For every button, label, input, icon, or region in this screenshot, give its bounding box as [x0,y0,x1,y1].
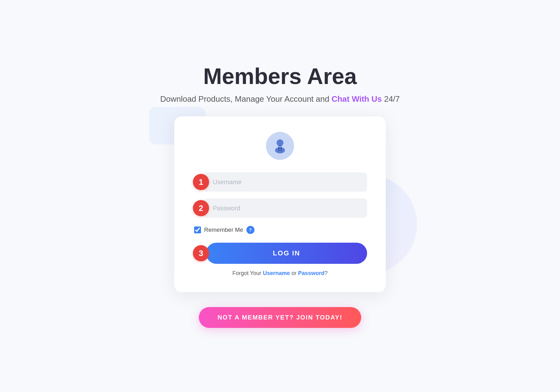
password-field-row: 2 [193,198,367,218]
subtitle-before: Download Products, Manage Your Account a… [160,94,332,104]
page-wrapper: Members Area Download Products, Manage Y… [0,64,560,328]
step-2-badge: 2 [193,200,209,216]
join-button[interactable]: NOT A MEMBER YET? JOIN TODAY! [199,307,361,328]
login-button[interactable]: LOG IN [206,243,367,264]
username-field-row: 1 [193,172,367,192]
forgot-username-link[interactable]: Username [263,270,290,276]
header-section: Members Area Download Products, Manage Y… [160,64,400,104]
page-subtitle: Download Products, Manage Your Account a… [160,94,400,104]
step-3-badge: 3 [193,245,209,261]
remember-me-checkbox[interactable] [194,226,201,233]
user-lock-icon [271,137,289,155]
step-1-badge: 1 [193,174,209,190]
form-fields: 1 2 Remember Me ? 3 LOG IN [193,172,367,264]
forgot-password-link[interactable]: Password [298,270,324,276]
login-card: 1 2 Remember Me ? 3 LOG IN [174,116,386,292]
avatar-icon [266,132,294,160]
forgot-row: Forgot Your Username or Password? [232,270,328,277]
login-btn-row: 3 LOG IN [193,243,367,264]
forgot-text-before: Forgot Your [232,270,263,276]
remember-me-label: Remember Me [204,226,243,233]
remember-me-row: Remember Me ? [193,226,367,234]
subtitle-after: 24/7 [382,94,400,104]
card-container: 1 2 Remember Me ? 3 LOG IN [162,116,398,292]
help-icon[interactable]: ? [246,226,254,234]
password-input[interactable] [203,198,367,218]
join-btn-wrap: NOT A MEMBER YET? JOIN TODAY! [199,307,361,328]
username-input[interactable] [203,172,367,192]
forgot-text-mid: or [290,270,298,276]
svg-point-3 [280,149,281,150]
subtitle-highlight[interactable]: Chat With Us [332,94,382,104]
svg-point-0 [277,139,283,146]
forgot-text-after: ? [324,270,328,276]
page-title: Members Area [160,64,400,89]
